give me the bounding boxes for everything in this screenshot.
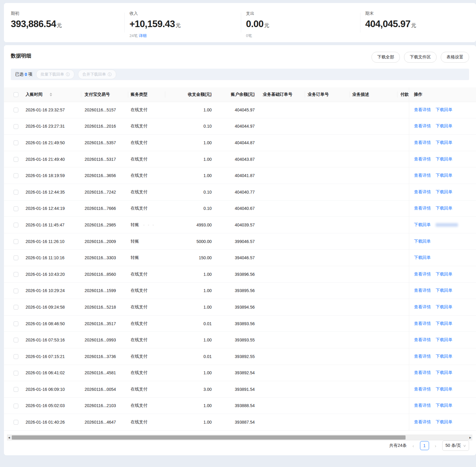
download-receipt-link[interactable]: 下载回单 [436, 304, 453, 310]
current-page-button[interactable]: 1 [420, 441, 429, 450]
download-receipt-link[interactable]: 下载回单 [436, 157, 453, 162]
download-receipt-link[interactable]: 下载回单 [436, 123, 453, 129]
download-receipt-link[interactable]: 下载回单 [436, 189, 453, 195]
merge-download-button[interactable]: 合并下载回单 ⓘ [78, 70, 116, 79]
download-receipt-link[interactable]: 下载回单 [436, 140, 453, 145]
row-checkbox[interactable] [14, 387, 18, 392]
page-size-select[interactable]: 50 条/页 ∨ [442, 441, 469, 451]
table-settings-button[interactable]: 表格设置 [441, 52, 469, 63]
view-detail-link[interactable]: 查看详情 [414, 173, 431, 178]
download-file-area-button[interactable]: 下载文件区 [404, 52, 437, 63]
row-checkbox[interactable] [14, 321, 18, 326]
download-receipt-link[interactable]: 下载回单 [436, 288, 453, 293]
cell-balance: 404040.77 [215, 190, 255, 195]
cell-actions: 查看详情下载回单 [409, 387, 476, 392]
table-body: 2026-01-16 23:32:57 20260116...5157 在线支付… [4, 102, 476, 431]
row-checkbox[interactable] [14, 354, 18, 359]
cell-time: 2026-01-16 18:19:59 [26, 173, 81, 178]
row-checkbox[interactable] [14, 272, 18, 277]
view-detail-link[interactable]: 查看详情 [414, 157, 431, 162]
download-receipt-link[interactable]: 下载回单 [436, 107, 453, 113]
download-receipt-link[interactable]: 下载回单 [436, 272, 453, 277]
row-checkbox[interactable] [14, 157, 18, 162]
column-header-description: 业务描述 [352, 92, 397, 97]
row-checkbox[interactable] [14, 239, 18, 244]
download-receipt-link[interactable]: 下载回单 [414, 255, 431, 260]
row-checkbox[interactable] [14, 124, 18, 129]
row-checkbox[interactable] [14, 141, 18, 145]
sort-icon[interactable] [50, 93, 52, 96]
download-receipt-link[interactable]: 下载回单 [436, 206, 453, 211]
view-detail-link[interactable]: 查看详情 [414, 354, 431, 359]
cell-amount: 1.00 [148, 305, 212, 310]
view-detail-link[interactable]: 查看详情 [414, 337, 431, 343]
view-detail-link[interactable]: 查看详情 [414, 189, 431, 195]
column-header-time[interactable]: 入账时间 [26, 92, 81, 97]
download-receipt-link[interactable]: 下载回单 [436, 387, 453, 392]
income-count: 24笔 详细 [129, 33, 147, 39]
cell-amount: 1.00 [148, 288, 212, 293]
download-receipt-link[interactable]: 下载回单 [414, 239, 431, 244]
view-detail-link[interactable]: 查看详情 [414, 123, 431, 129]
cell-balance: 393896.56 [215, 272, 255, 277]
view-detail-link[interactable]: 查看详情 [414, 288, 431, 293]
expense-value: 0.00元 [246, 19, 269, 30]
row-checkbox[interactable] [14, 338, 18, 343]
download-receipt-link[interactable]: 下载回单 [436, 321, 453, 326]
select-all-checkbox[interactable] [14, 92, 18, 97]
row-checkbox[interactable] [14, 371, 18, 375]
row-checkbox[interactable] [14, 288, 18, 293]
download-receipt-link[interactable]: 下载回单 [436, 419, 453, 425]
download-receipt-link[interactable]: 下载回单 [436, 370, 453, 375]
row-checkbox[interactable] [14, 305, 18, 310]
cell-trade-no: 20260116...2009 [85, 239, 128, 244]
view-detail-link[interactable]: 查看详情 [414, 272, 431, 277]
cell-time: 2026-01-16 11:26:10 [26, 239, 81, 244]
download-all-button[interactable]: 下载全部 [372, 52, 400, 63]
view-detail-link[interactable]: 查看详情 [414, 419, 431, 425]
cell-balance: 404044.97 [215, 124, 255, 129]
horizontal-scrollbar[interactable]: ◀ ▶ [7, 434, 472, 441]
column-header-action: 操作 [409, 92, 476, 97]
view-detail-link[interactable]: 查看详情 [414, 107, 431, 113]
download-receipt-link[interactable]: 下载回单 [436, 173, 453, 178]
download-receipt-link[interactable]: 下载回单 [436, 354, 453, 359]
cell-amount: 1.00 [148, 173, 212, 178]
download-receipt-link[interactable]: 下载回单 [414, 222, 431, 228]
row-checkbox[interactable] [14, 173, 18, 178]
prev-page-icon[interactable]: ‹ [411, 443, 416, 448]
download-receipt-link[interactable]: 下载回单 [436, 337, 453, 343]
row-checkbox[interactable] [14, 223, 18, 228]
cell-trade-no: 20260116...5317 [85, 157, 128, 162]
view-detail-link[interactable]: 查看详情 [414, 206, 431, 211]
pagination: 共有24条 ‹ 1 › 50 条/页 ∨ [389, 440, 469, 451]
download-receipt-link[interactable]: 下载回单 [436, 403, 453, 408]
selected-prefix: 已选 [15, 72, 23, 77]
view-detail-link[interactable]: 查看详情 [414, 304, 431, 310]
scrollbar-thumb[interactable] [12, 435, 406, 440]
row-checkbox[interactable] [14, 256, 18, 260]
cell-balance: 393895.56 [215, 288, 255, 293]
view-detail-link[interactable]: 查看详情 [414, 321, 431, 326]
cell-balance: 399046.57 [215, 239, 255, 244]
cell-time: 2026-01-16 23:27:31 [26, 124, 81, 129]
scroll-left-icon[interactable]: ◀ [7, 434, 11, 441]
next-page-icon[interactable]: › [433, 443, 438, 448]
cell-balance: 393894.56 [215, 305, 255, 310]
batch-download-button[interactable]: 批量下载回单 ⓘ [36, 70, 74, 79]
row-checkbox[interactable] [14, 206, 18, 211]
row-checkbox[interactable] [14, 403, 18, 408]
cell-time: 2026-01-16 10:29:24 [26, 288, 81, 293]
view-detail-link[interactable]: 查看详情 [414, 370, 431, 375]
view-detail-link[interactable]: 查看详情 [414, 387, 431, 392]
row-checkbox[interactable] [14, 107, 18, 112]
merge-download-label: 合并下载回单 [82, 72, 106, 77]
view-detail-link[interactable]: 查看详情 [414, 140, 431, 145]
table-row: 2026-01-16 07:15:21 20260116...3736 在线支付… [4, 348, 476, 365]
view-detail-link[interactable]: 查看详情 [414, 403, 431, 408]
income-detail-link[interactable]: 详细 [139, 33, 147, 38]
row-checkbox[interactable] [14, 190, 18, 195]
batch-download-label: 批量下载回单 [41, 72, 64, 77]
row-checkbox[interactable] [14, 420, 18, 425]
scroll-right-icon[interactable]: ▶ [468, 434, 472, 441]
